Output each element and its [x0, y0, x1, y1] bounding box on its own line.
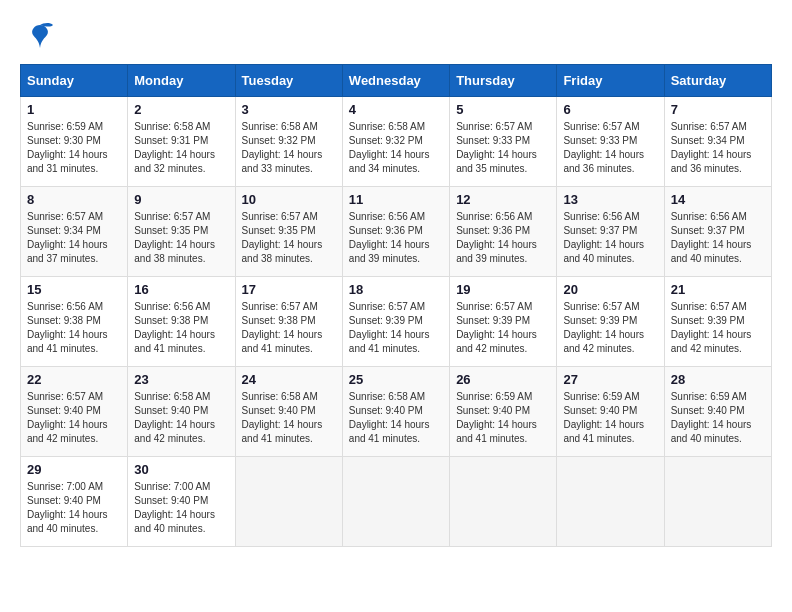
day-cell: 23Sunrise: 6:58 AM Sunset: 9:40 PM Dayli…	[128, 367, 235, 457]
day-number: 19	[456, 282, 550, 297]
day-cell: 14Sunrise: 6:56 AM Sunset: 9:37 PM Dayli…	[664, 187, 771, 277]
day-cell: 11Sunrise: 6:56 AM Sunset: 9:36 PM Dayli…	[342, 187, 449, 277]
day-cell: 29Sunrise: 7:00 AM Sunset: 9:40 PM Dayli…	[21, 457, 128, 547]
calendar-header-row: SundayMondayTuesdayWednesdayThursdayFrid…	[21, 65, 772, 97]
day-number: 28	[671, 372, 765, 387]
week-row-4: 22Sunrise: 6:57 AM Sunset: 9:40 PM Dayli…	[21, 367, 772, 457]
day-cell	[557, 457, 664, 547]
day-info: Sunrise: 6:58 AM Sunset: 9:32 PM Dayligh…	[349, 120, 443, 176]
day-cell: 15Sunrise: 6:56 AM Sunset: 9:38 PM Dayli…	[21, 277, 128, 367]
day-cell: 3Sunrise: 6:58 AM Sunset: 9:32 PM Daylig…	[235, 97, 342, 187]
day-info: Sunrise: 6:56 AM Sunset: 9:38 PM Dayligh…	[27, 300, 121, 356]
day-cell: 26Sunrise: 6:59 AM Sunset: 9:40 PM Dayli…	[450, 367, 557, 457]
week-row-3: 15Sunrise: 6:56 AM Sunset: 9:38 PM Dayli…	[21, 277, 772, 367]
day-cell: 8Sunrise: 6:57 AM Sunset: 9:34 PM Daylig…	[21, 187, 128, 277]
day-cell: 24Sunrise: 6:58 AM Sunset: 9:40 PM Dayli…	[235, 367, 342, 457]
day-number: 10	[242, 192, 336, 207]
day-info: Sunrise: 6:59 AM Sunset: 9:40 PM Dayligh…	[563, 390, 657, 446]
day-number: 1	[27, 102, 121, 117]
day-info: Sunrise: 6:57 AM Sunset: 9:35 PM Dayligh…	[242, 210, 336, 266]
week-row-2: 8Sunrise: 6:57 AM Sunset: 9:34 PM Daylig…	[21, 187, 772, 277]
day-info: Sunrise: 6:57 AM Sunset: 9:39 PM Dayligh…	[671, 300, 765, 356]
day-number: 13	[563, 192, 657, 207]
day-cell: 17Sunrise: 6:57 AM Sunset: 9:38 PM Dayli…	[235, 277, 342, 367]
day-info: Sunrise: 6:58 AM Sunset: 9:31 PM Dayligh…	[134, 120, 228, 176]
day-info: Sunrise: 6:57 AM Sunset: 9:40 PM Dayligh…	[27, 390, 121, 446]
day-number: 15	[27, 282, 121, 297]
day-info: Sunrise: 6:56 AM Sunset: 9:37 PM Dayligh…	[563, 210, 657, 266]
logo-icon	[20, 20, 55, 54]
day-info: Sunrise: 6:57 AM Sunset: 9:33 PM Dayligh…	[456, 120, 550, 176]
day-info: Sunrise: 6:59 AM Sunset: 9:30 PM Dayligh…	[27, 120, 121, 176]
day-number: 9	[134, 192, 228, 207]
day-cell: 21Sunrise: 6:57 AM Sunset: 9:39 PM Dayli…	[664, 277, 771, 367]
day-number: 29	[27, 462, 121, 477]
day-number: 25	[349, 372, 443, 387]
day-number: 6	[563, 102, 657, 117]
day-info: Sunrise: 6:58 AM Sunset: 9:40 PM Dayligh…	[134, 390, 228, 446]
day-number: 18	[349, 282, 443, 297]
day-number: 16	[134, 282, 228, 297]
header-sunday: Sunday	[21, 65, 128, 97]
day-cell: 12Sunrise: 6:56 AM Sunset: 9:36 PM Dayli…	[450, 187, 557, 277]
day-cell: 13Sunrise: 6:56 AM Sunset: 9:37 PM Dayli…	[557, 187, 664, 277]
day-info: Sunrise: 6:59 AM Sunset: 9:40 PM Dayligh…	[671, 390, 765, 446]
day-cell: 9Sunrise: 6:57 AM Sunset: 9:35 PM Daylig…	[128, 187, 235, 277]
day-number: 30	[134, 462, 228, 477]
day-cell: 10Sunrise: 6:57 AM Sunset: 9:35 PM Dayli…	[235, 187, 342, 277]
week-row-5: 29Sunrise: 7:00 AM Sunset: 9:40 PM Dayli…	[21, 457, 772, 547]
header-thursday: Thursday	[450, 65, 557, 97]
day-cell: 16Sunrise: 6:56 AM Sunset: 9:38 PM Dayli…	[128, 277, 235, 367]
day-cell: 30Sunrise: 7:00 AM Sunset: 9:40 PM Dayli…	[128, 457, 235, 547]
day-info: Sunrise: 6:57 AM Sunset: 9:38 PM Dayligh…	[242, 300, 336, 356]
day-info: Sunrise: 6:59 AM Sunset: 9:40 PM Dayligh…	[456, 390, 550, 446]
header-friday: Friday	[557, 65, 664, 97]
day-number: 2	[134, 102, 228, 117]
header-tuesday: Tuesday	[235, 65, 342, 97]
day-cell: 25Sunrise: 6:58 AM Sunset: 9:40 PM Dayli…	[342, 367, 449, 457]
header	[20, 20, 772, 54]
day-info: Sunrise: 6:58 AM Sunset: 9:40 PM Dayligh…	[349, 390, 443, 446]
day-cell: 5Sunrise: 6:57 AM Sunset: 9:33 PM Daylig…	[450, 97, 557, 187]
day-info: Sunrise: 6:56 AM Sunset: 9:37 PM Dayligh…	[671, 210, 765, 266]
day-number: 24	[242, 372, 336, 387]
day-info: Sunrise: 6:57 AM Sunset: 9:39 PM Dayligh…	[563, 300, 657, 356]
day-info: Sunrise: 6:57 AM Sunset: 9:34 PM Dayligh…	[27, 210, 121, 266]
day-info: Sunrise: 6:58 AM Sunset: 9:40 PM Dayligh…	[242, 390, 336, 446]
day-number: 4	[349, 102, 443, 117]
day-number: 7	[671, 102, 765, 117]
day-number: 26	[456, 372, 550, 387]
day-number: 27	[563, 372, 657, 387]
day-cell	[664, 457, 771, 547]
header-monday: Monday	[128, 65, 235, 97]
day-number: 3	[242, 102, 336, 117]
day-number: 5	[456, 102, 550, 117]
logo	[20, 20, 55, 54]
logo-bird-icon	[25, 20, 55, 54]
day-info: Sunrise: 6:57 AM Sunset: 9:39 PM Dayligh…	[349, 300, 443, 356]
day-cell: 20Sunrise: 6:57 AM Sunset: 9:39 PM Dayli…	[557, 277, 664, 367]
day-number: 20	[563, 282, 657, 297]
day-cell: 2Sunrise: 6:58 AM Sunset: 9:31 PM Daylig…	[128, 97, 235, 187]
day-cell: 1Sunrise: 6:59 AM Sunset: 9:30 PM Daylig…	[21, 97, 128, 187]
day-number: 17	[242, 282, 336, 297]
day-info: Sunrise: 6:57 AM Sunset: 9:33 PM Dayligh…	[563, 120, 657, 176]
day-cell: 4Sunrise: 6:58 AM Sunset: 9:32 PM Daylig…	[342, 97, 449, 187]
day-number: 12	[456, 192, 550, 207]
day-info: Sunrise: 6:57 AM Sunset: 9:39 PM Dayligh…	[456, 300, 550, 356]
day-info: Sunrise: 6:57 AM Sunset: 9:35 PM Dayligh…	[134, 210, 228, 266]
day-cell	[450, 457, 557, 547]
day-cell: 22Sunrise: 6:57 AM Sunset: 9:40 PM Dayli…	[21, 367, 128, 457]
day-number: 11	[349, 192, 443, 207]
week-row-1: 1Sunrise: 6:59 AM Sunset: 9:30 PM Daylig…	[21, 97, 772, 187]
day-cell	[235, 457, 342, 547]
day-cell: 27Sunrise: 6:59 AM Sunset: 9:40 PM Dayli…	[557, 367, 664, 457]
day-info: Sunrise: 7:00 AM Sunset: 9:40 PM Dayligh…	[27, 480, 121, 536]
day-cell: 7Sunrise: 6:57 AM Sunset: 9:34 PM Daylig…	[664, 97, 771, 187]
day-number: 14	[671, 192, 765, 207]
header-saturday: Saturday	[664, 65, 771, 97]
day-number: 23	[134, 372, 228, 387]
day-cell: 6Sunrise: 6:57 AM Sunset: 9:33 PM Daylig…	[557, 97, 664, 187]
calendar-table: SundayMondayTuesdayWednesdayThursdayFrid…	[20, 64, 772, 547]
day-info: Sunrise: 7:00 AM Sunset: 9:40 PM Dayligh…	[134, 480, 228, 536]
